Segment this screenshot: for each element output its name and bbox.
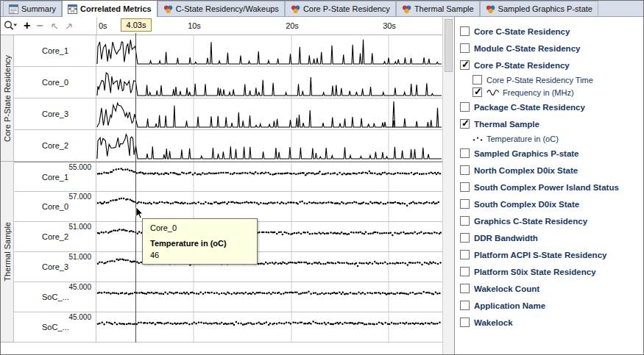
- checkbox[interactable]: [460, 267, 470, 276]
- metric-option-label: Wakelock: [474, 318, 513, 327]
- mouse-cursor-icon: [135, 207, 144, 223]
- metric-option-thermal-sample[interactable]: Thermal Sample: [455, 115, 644, 132]
- zoom-out-button[interactable]: −: [36, 21, 43, 31]
- tooltip-metric-name: Temperature in (oC): [150, 239, 250, 248]
- row-axis-value: 57.000: [68, 193, 91, 201]
- checkbox[interactable]: [460, 284, 470, 293]
- redo-zoom-button[interactable]: [65, 21, 74, 30]
- section-title: Thermal Sample: [3, 222, 12, 282]
- metric-option-label: Frequency in (MHz): [503, 88, 574, 97]
- tab-label: Core P-State Residency: [303, 4, 390, 13]
- section-label-thermal-sample: Thermal Sample: [1, 162, 14, 343]
- checkbox[interactable]: [460, 199, 470, 209]
- tab-c-state-residency-wakeups[interactable]: C-State Residency/Wakeups: [158, 1, 285, 16]
- tab-bar: SummaryCorrelated MetricsC-State Residen…: [1, 1, 643, 17]
- checkbox[interactable]: [473, 87, 482, 97]
- metric-option-temperature-in-oc[interactable]: Temperature in (oC): [455, 132, 644, 145]
- row-axis-value: 51.000: [68, 223, 91, 231]
- metric-option-core-c-state-residency[interactable]: Core C-State Residency: [455, 23, 644, 40]
- tab-correlated-metrics[interactable]: Correlated Metrics: [62, 0, 158, 17]
- metric-option-north-complex-d0ix-state[interactable]: North Complex D0ix State: [455, 162, 644, 179]
- ruler-tick: 0s: [99, 21, 107, 30]
- metric-option-label: Application Name: [474, 301, 545, 310]
- metric-option-platform-s0ix-state-residency[interactable]: Platform S0ix State Residency: [455, 263, 644, 280]
- checkbox[interactable]: [460, 182, 470, 192]
- tab-label: C-State Residency/Wakeups: [176, 4, 279, 13]
- metric-option-south-complex-power-island-status[interactable]: South Complex Power Island Status: [455, 179, 644, 196]
- scrollbar-thumb[interactable]: [445, 19, 453, 72]
- metric-option-label: Temperature in (oC): [486, 135, 559, 143]
- metric-option-sampled-graphics-p-state[interactable]: Sampled Graphics P-state: [455, 145, 644, 162]
- chart-plot[interactable]: [96, 282, 442, 312]
- tab-summary[interactable]: Summary: [3, 1, 62, 16]
- row-label: Core_1: [42, 46, 68, 55]
- row-label: Core_3: [42, 262, 68, 271]
- row-label-cell: Core_3: [14, 98, 96, 129]
- tab-core-p-state-residency[interactable]: Core P-State Residency: [285, 1, 396, 16]
- metric-option-label: South Complex Power Island Status: [474, 183, 619, 192]
- checkbox[interactable]: [460, 216, 470, 226]
- metric-option-platform-acpi-s-state-residency[interactable]: Platform ACPI S-State Residency: [455, 246, 644, 263]
- chart-plot[interactable]: [96, 162, 442, 191]
- undo-zoom-button[interactable]: [49, 21, 59, 30]
- checkbox[interactable]: [460, 102, 470, 112]
- metric-option-label: Sampled Graphics P-state: [474, 149, 579, 158]
- checkbox[interactable]: [460, 119, 470, 129]
- zoom-in-button[interactable]: +: [24, 21, 30, 31]
- chart-plot[interactable]: [96, 35, 442, 66]
- grid-icon: [68, 4, 77, 14]
- checkbox[interactable]: [460, 148, 470, 158]
- dots-icon: [473, 136, 484, 142]
- checkbox[interactable]: [460, 233, 470, 243]
- zoom-select-button[interactable]: [4, 20, 18, 32]
- metric-option-frequency-in-mhz[interactable]: Frequency in (MHz): [455, 86, 644, 98]
- tab-thermal-sample[interactable]: Thermal Sample: [396, 1, 480, 16]
- metric-option-ddr-bandwidth[interactable]: DDR Bandwidth: [455, 229, 644, 246]
- checkbox[interactable]: [460, 250, 470, 259]
- chart-plot[interactable]: [96, 312, 442, 342]
- checkbox[interactable]: [460, 165, 470, 175]
- redo-arrow-icon: [65, 21, 74, 30]
- checkbox[interactable]: [460, 43, 470, 53]
- timeline-ruler[interactable]: 0s10s20s30s4.03s: [96, 17, 443, 35]
- chart-plot[interactable]: [96, 130, 442, 161]
- metric-option-label: Platform ACPI S-State Residency: [474, 251, 606, 259]
- metric-option-core-p-state-residency[interactable]: Core P-State Residency: [455, 57, 644, 73]
- metric-row-core-p-state-residency-core-3: Core_3: [14, 98, 442, 130]
- tooltip-value: 46: [150, 251, 250, 259]
- row-label: Core_3: [42, 110, 68, 118]
- vertical-scrollbar[interactable]: [442, 17, 454, 355]
- metric-option-wakelock[interactable]: Wakelock: [455, 314, 644, 331]
- wave-icon: [486, 89, 500, 96]
- summary-icon: [9, 4, 18, 14]
- checkbox[interactable]: [473, 75, 482, 85]
- tooltip-series-name: Core_0: [150, 223, 250, 232]
- time-cursor-line[interactable]: [135, 33, 136, 343]
- chart-plot[interactable]: [96, 192, 442, 221]
- metric-option-label: Module C-State Residency: [474, 44, 580, 53]
- db-icon: [163, 4, 173, 14]
- metric-row-thermal-sample-soc: SoC_...45.000: [14, 312, 442, 343]
- chart-plot[interactable]: [96, 67, 442, 98]
- db-icon: [291, 4, 300, 14]
- checkbox[interactable]: [460, 301, 470, 310]
- metric-option-module-c-state-residency[interactable]: Module C-State Residency: [455, 40, 644, 57]
- metric-option-core-p-state-residency-time[interactable]: Core P-State Residency Time: [455, 73, 644, 86]
- row-label: Core_1: [42, 173, 68, 182]
- metric-option-package-c-state-residency[interactable]: Package C-State Residency: [455, 98, 644, 115]
- row-label-cell: Core_251.000: [14, 222, 96, 251]
- row-label-cell: Core_0: [14, 67, 96, 98]
- time-cursor-badge[interactable]: 4.03s: [121, 18, 152, 32]
- ruler-tick: 10s: [188, 21, 201, 30]
- metric-option-wakelock-count[interactable]: Wakelock Count: [455, 280, 644, 297]
- checkbox[interactable]: [460, 26, 470, 36]
- checkbox[interactable]: [460, 60, 470, 70]
- row-label: SoC_...: [42, 323, 69, 331]
- metric-option-label: Thermal Sample: [474, 120, 539, 129]
- metric-option-application-name[interactable]: Application Name: [455, 297, 644, 314]
- checkbox[interactable]: [460, 318, 470, 327]
- metric-option-graphics-c-state-residency[interactable]: Graphics C-State Residency: [455, 212, 644, 229]
- chart-plot[interactable]: [96, 98, 442, 129]
- tab-sampled-graphics-p-state[interactable]: Sampled Graphics P-state: [480, 1, 598, 16]
- metric-option-south-complex-d0ix-state[interactable]: South Complex D0ix State: [455, 196, 644, 212]
